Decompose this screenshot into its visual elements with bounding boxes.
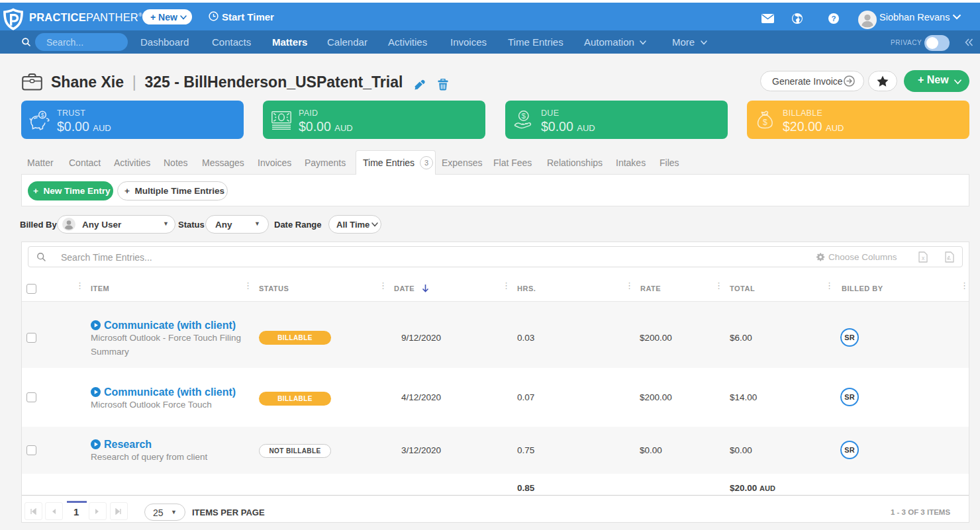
svg-text:?: ?	[831, 15, 836, 22]
svg-text:$: $	[41, 112, 44, 118]
svg-text:$: $	[763, 118, 767, 127]
svg-text:$: $	[522, 112, 526, 120]
svg-text:x: x	[922, 255, 925, 261]
